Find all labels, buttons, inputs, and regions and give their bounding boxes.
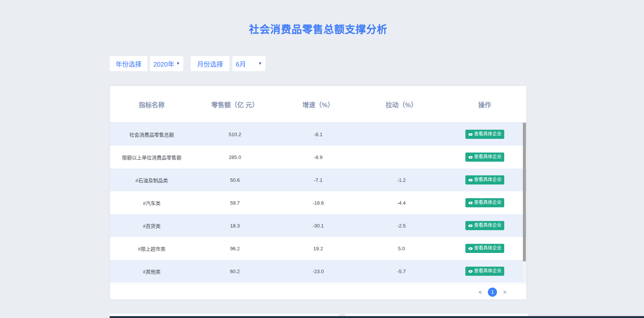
view-company-button[interactable]: 查看具体企业 xyxy=(465,130,504,139)
chevron-down-icon: ▼ xyxy=(176,62,180,65)
cell-pull: -2.5 xyxy=(360,223,443,229)
cell-growth: 19.2 xyxy=(276,246,360,251)
view-company-button[interactable]: 查看具体企业 xyxy=(465,153,504,162)
cell-retail: 60.2 xyxy=(193,269,277,274)
cell-pull: -4.4 xyxy=(360,200,443,206)
eye-icon xyxy=(468,223,473,228)
table-scrollbar-track[interactable] xyxy=(523,123,526,283)
cell-pull: 5.0 xyxy=(360,246,443,251)
cell-retail: 59.7 xyxy=(193,200,277,206)
column-header-indicator: 指标名称 xyxy=(110,100,193,109)
cell-retail: 50.6 xyxy=(193,177,277,183)
year-select-value: 2020年 xyxy=(153,59,174,68)
chevron-down-icon: ▼ xyxy=(258,62,262,65)
eye-icon xyxy=(468,200,473,205)
cell-retail: 96.2 xyxy=(193,246,277,251)
view-company-button-label: 查看具体企业 xyxy=(474,268,502,274)
cell-indicator-name: #百货类 xyxy=(110,222,193,229)
month-filter-label-text: 月份选择 xyxy=(197,59,223,68)
cell-indicator-name: 限额以上单位消费品零售额 xyxy=(110,154,193,161)
view-company-button-label: 查看具体企业 xyxy=(474,131,502,137)
table-row: #限上超市类 96.2 19.2 5.0 查看具体企业 xyxy=(110,237,526,260)
cell-growth: -30.1 xyxy=(276,223,360,229)
cell-growth: -7.1 xyxy=(276,177,360,183)
view-company-button-label: 查看具体企业 xyxy=(474,177,502,183)
month-filter-label: 月份选择 xyxy=(191,56,229,71)
pagination-page-1[interactable]: 1 xyxy=(488,288,497,297)
table-body: 社会消费品零售总额 510.2 -8.1 查看具体企业 限额以上单位消费品零售额… xyxy=(110,123,526,284)
page-title: 社会消费品零售总额支撑分析 xyxy=(110,21,527,36)
cell-indicator-name: #限上超市类 xyxy=(110,245,193,252)
cell-growth: -8.9 xyxy=(276,154,360,160)
year-select-dropdown[interactable]: 2020年 ▼ xyxy=(150,56,183,71)
table-header-row: 指标名称 零售额（亿 元） 增速（%） 拉动（%） 操作 xyxy=(110,86,526,123)
cell-pull: -1.2 xyxy=(360,177,443,183)
cell-indicator-name: #其他类 xyxy=(110,268,193,275)
column-header-pull: 拉动（%） xyxy=(360,100,443,109)
column-header-retail: 零售额（亿 元） xyxy=(193,100,277,109)
month-select-value: 6月 xyxy=(236,59,246,68)
table-row: #汽车类 59.7 -18.6 -4.4 查看具体企业 xyxy=(110,191,526,214)
dashboard-page: 社会消费品零售总额支撑分析 年份选择 2020年 ▼ 月份选择 6月 ▼ 指标名… xyxy=(0,0,644,318)
view-company-button-label: 查看具体企业 xyxy=(474,223,502,229)
year-filter-label: 年份选择 xyxy=(110,56,147,71)
table-row: #石油及制品类 50.6 -7.1 -1.2 查看具体企业 xyxy=(110,169,526,191)
month-select-dropdown[interactable]: 6月 ▼ xyxy=(232,56,265,71)
cell-indicator-name: #石油及制品类 xyxy=(110,176,193,184)
table-row: 限额以上单位消费品零售额 285.0 -8.9 查看具体企业 xyxy=(110,146,526,169)
view-company-button-label: 查看具体企业 xyxy=(474,154,502,160)
table-footer: < 1 > xyxy=(110,284,526,300)
table-scrollbar-thumb[interactable] xyxy=(523,123,526,261)
cell-indicator-name: #汽车类 xyxy=(110,199,193,207)
eye-icon xyxy=(468,132,473,137)
view-company-button-label: 查看具体企业 xyxy=(474,245,502,251)
pagination-prev-button[interactable]: < xyxy=(478,289,482,295)
table-row: #其他类 60.2 -23.0 -5.7 查看具体企业 xyxy=(110,260,526,283)
cell-growth: -18.6 xyxy=(276,200,360,206)
view-company-button[interactable]: 查看具体企业 xyxy=(465,175,504,184)
column-header-growth: 增速（%） xyxy=(276,100,360,109)
table-row: #百货类 18.3 -30.1 -2.5 查看具体企业 xyxy=(110,214,526,237)
view-company-button[interactable]: 查看具体企业 xyxy=(465,267,504,276)
cell-indicator-name: 社会消费品零售总额 xyxy=(110,131,193,138)
eye-icon xyxy=(468,246,473,251)
pagination-next-button[interactable]: > xyxy=(503,289,507,295)
cell-growth: -8.1 xyxy=(276,132,360,137)
eye-icon xyxy=(468,178,473,183)
cell-retail: 510.2 xyxy=(193,132,277,137)
eye-icon xyxy=(468,155,473,160)
view-company-button[interactable]: 查看具体企业 xyxy=(465,221,504,230)
year-filter-label-text: 年份选择 xyxy=(116,59,142,68)
cell-growth: -23.0 xyxy=(276,269,360,274)
cell-retail: 285.0 xyxy=(193,154,277,160)
eye-icon xyxy=(468,269,473,274)
bottom-dark-panel-edge xyxy=(110,316,644,318)
column-header-action: 操作 xyxy=(443,100,526,109)
cell-pull: -5.7 xyxy=(360,269,443,274)
view-company-button[interactable]: 查看具体企业 xyxy=(465,244,504,253)
table-row: 社会消费品零售总额 510.2 -8.1 查看具体企业 xyxy=(110,123,526,146)
cell-retail: 18.3 xyxy=(193,223,277,229)
view-company-button-label: 查看具体企业 xyxy=(474,200,502,206)
analysis-table-card: 指标名称 零售额（亿 元） 增速（%） 拉动（%） 操作 社会消费品零售总额 5… xyxy=(110,86,527,300)
view-company-button[interactable]: 查看具体企业 xyxy=(465,198,504,207)
